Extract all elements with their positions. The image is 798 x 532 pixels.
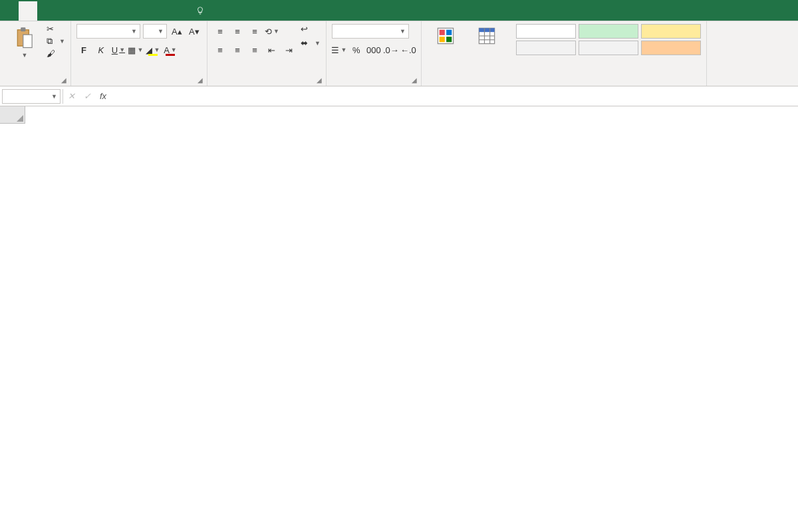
enter-formula-icon[interactable]: ✓ <box>79 91 95 101</box>
dialog-launcher-icon[interactable]: ◢ <box>198 76 205 84</box>
chevron-down-icon: ▼ <box>315 40 321 47</box>
fill-color-button[interactable]: ◢▼ <box>146 43 160 57</box>
tab-einfuegen[interactable] <box>37 0 56 21</box>
wrap-text-button[interactable]: ↩ <box>301 24 321 34</box>
chevron-down-icon: ▼ <box>119 47 125 53</box>
align-center-icon[interactable]: ≡ <box>230 43 245 57</box>
tab-analysieren[interactable] <box>149 0 168 21</box>
svg-rect-9 <box>479 28 494 32</box>
tab-start[interactable] <box>19 0 37 21</box>
conditional-formatting-button[interactable] <box>427 24 464 49</box>
group-number: ▼ ☰▼ % 000 .0→ ←.0 ◢ <box>327 21 422 86</box>
chevron-down-icon: ▼ <box>154 47 160 53</box>
increase-font-icon[interactable]: A▴ <box>170 24 184 39</box>
decrease-decimal-icon[interactable]: ←.0 <box>401 43 416 57</box>
bold-button[interactable]: F <box>76 43 91 57</box>
group-label-styles <box>516 83 701 86</box>
style-standard[interactable] <box>516 24 576 39</box>
align-bottom-icon[interactable]: ≡ <box>247 24 262 39</box>
svg-rect-5 <box>446 30 452 35</box>
merge-center-button[interactable]: ⬌▼ <box>301 38 321 48</box>
decrease-font-icon[interactable]: A▾ <box>187 24 201 39</box>
brush-icon: 🖌 <box>47 49 55 59</box>
paste-button[interactable]: ▼ <box>5 24 43 61</box>
svg-rect-1 <box>21 27 25 31</box>
copy-button[interactable]: ⧉▼ <box>47 36 65 47</box>
increase-decimal-icon[interactable]: .0→ <box>384 43 398 57</box>
svg-rect-2 <box>23 35 32 47</box>
align-right-icon[interactable]: ≡ <box>247 43 262 57</box>
table-icon <box>477 27 496 45</box>
group-clipboard: ▼ ✂ ⧉▼ 🖌 ◢ <box>0 21 71 86</box>
tell-me-search[interactable] <box>186 0 798 21</box>
comma-format-icon[interactable]: 000 <box>366 43 381 57</box>
group-alignment: ≡ ≡ ≡ ⟲▼ ≡ ≡ ≡ ⇤ ⇥ ↩ ⬌▼ ◢ <box>207 21 327 86</box>
dialog-launcher-icon[interactable]: ◢ <box>317 76 325 84</box>
style-neutral[interactable] <box>641 24 701 39</box>
chevron-down-icon: ▼ <box>131 28 137 35</box>
merge-icon: ⬌ <box>301 38 308 48</box>
svg-rect-6 <box>440 37 445 42</box>
borders-button[interactable]: ▦▼ <box>128 43 143 57</box>
paste-icon <box>14 27 34 49</box>
decrease-indent-icon[interactable]: ⇤ <box>265 43 279 57</box>
dialog-launcher-icon[interactable]: ◢ <box>412 76 420 84</box>
cancel-formula-icon[interactable]: ✕ <box>63 91 79 101</box>
underline-button[interactable]: U▼ <box>111 43 126 57</box>
group-label-number <box>332 83 416 86</box>
font-size-select[interactable]: ▼ <box>143 24 167 39</box>
svg-rect-4 <box>440 30 445 35</box>
group-label-alignment <box>213 83 321 86</box>
tab-seitenlayout[interactable] <box>56 0 74 21</box>
name-box[interactable]: ▼ <box>2 89 61 104</box>
font-color-button[interactable]: A▼ <box>163 43 178 57</box>
chevron-down-icon: ▼ <box>340 47 346 53</box>
group-cond-format <box>422 21 511 86</box>
fx-icon[interactable]: fx <box>95 91 111 101</box>
italic-button[interactable]: K <box>94 43 108 57</box>
align-top-icon[interactable]: ≡ <box>213 24 227 39</box>
style-output[interactable] <box>516 41 576 55</box>
chevron-down-icon: ▼ <box>171 47 177 53</box>
number-format-select[interactable]: ▼ <box>332 24 409 39</box>
scissors-icon: ✂ <box>47 24 54 34</box>
tab-entwurf[interactable] <box>168 0 186 21</box>
tab-daten[interactable] <box>93 0 112 21</box>
svg-rect-7 <box>446 37 452 42</box>
group-label-clipboard <box>5 83 65 86</box>
ribbon: ▼ ✂ ⧉▼ 🖌 ◢ ▼ ▼ A▴ A▾ F K U▼ ▦▼ ◢▼ <box>0 21 798 86</box>
format-as-table-button[interactable] <box>468 24 505 49</box>
chevron-down-icon: ▼ <box>400 28 406 35</box>
align-middle-icon[interactable]: ≡ <box>230 24 245 39</box>
tab-formeln[interactable] <box>74 0 93 21</box>
increase-indent-icon[interactable]: ⇥ <box>282 43 297 57</box>
dialog-launcher-icon[interactable]: ◢ <box>61 76 69 84</box>
cond-format-icon <box>436 27 455 45</box>
accounting-format-icon[interactable]: ☰▼ <box>332 43 346 57</box>
chevron-down-icon: ▼ <box>158 28 164 35</box>
cut-button[interactable]: ✂ <box>47 24 65 34</box>
copy-icon: ⧉ <box>47 36 53 47</box>
orientation-icon[interactable]: ⟲▼ <box>265 24 279 39</box>
font-name-select[interactable]: ▼ <box>76 24 140 39</box>
formula-bar: ▼ ✕ ✓ fx <box>0 86 798 106</box>
chevron-down-icon: ▼ <box>273 28 279 35</box>
style-good[interactable] <box>579 24 638 39</box>
percent-format-icon[interactable]: % <box>349 43 364 57</box>
worksheet-grid <box>0 106 798 532</box>
tab-datei[interactable] <box>0 0 19 21</box>
wrap-icon: ↩ <box>301 24 308 34</box>
tab-ansicht[interactable] <box>130 0 149 21</box>
select-all-corner[interactable] <box>0 106 25 124</box>
align-left-icon[interactable]: ≡ <box>213 43 227 57</box>
lightbulb-icon <box>196 6 205 15</box>
chevron-down-icon: ▼ <box>59 38 65 45</box>
tab-ueberpruefen[interactable] <box>112 0 130 21</box>
format-painter-button[interactable]: 🖌 <box>47 49 65 59</box>
chevron-down-icon: ▼ <box>22 52 28 59</box>
group-label-font <box>76 83 201 86</box>
style-input[interactable] <box>641 41 701 55</box>
style-calculation[interactable] <box>579 41 638 55</box>
ribbon-tabs <box>0 0 798 21</box>
group-styles <box>511 21 707 86</box>
